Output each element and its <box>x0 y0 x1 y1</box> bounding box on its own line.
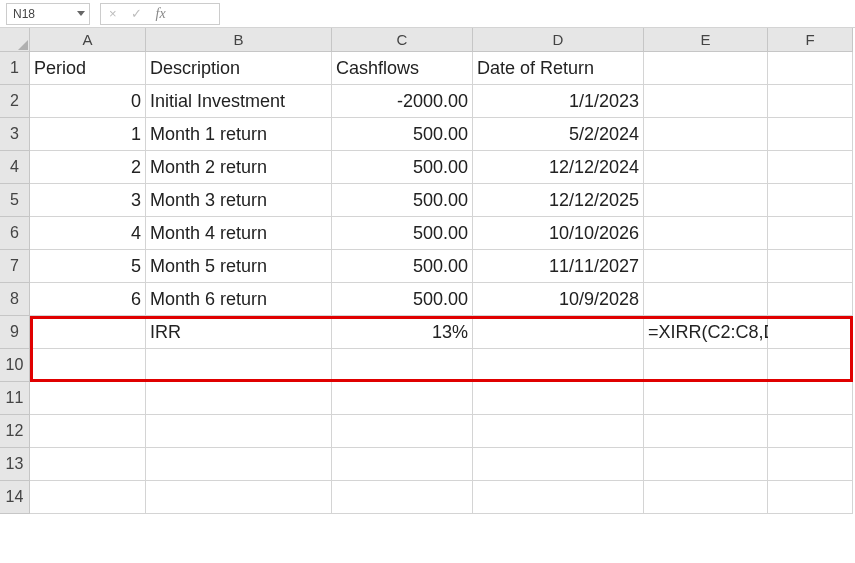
cell-F4[interactable] <box>768 151 853 184</box>
row-header[interactable]: 8 <box>0 283 30 316</box>
cell-D11[interactable] <box>473 382 644 415</box>
cell-E3[interactable] <box>644 118 768 151</box>
col-header-C[interactable]: C <box>332 28 473 52</box>
row-header[interactable]: 10 <box>0 349 30 382</box>
cell-B13[interactable] <box>146 448 332 481</box>
cell-F7[interactable] <box>768 250 853 283</box>
row-header[interactable]: 13 <box>0 448 30 481</box>
cell-C10[interactable] <box>332 349 473 382</box>
cell-B11[interactable] <box>146 382 332 415</box>
cell-F6[interactable] <box>768 217 853 250</box>
cell-F9[interactable] <box>768 316 853 349</box>
cell-A9[interactable] <box>30 316 146 349</box>
cell-E13[interactable] <box>644 448 768 481</box>
cell-E1[interactable] <box>644 52 768 85</box>
cell-F14[interactable] <box>768 481 853 514</box>
cell-E5[interactable] <box>644 184 768 217</box>
cell-B9[interactable]: IRR <box>146 316 332 349</box>
cell-B14[interactable] <box>146 481 332 514</box>
confirm-icon[interactable]: ✓ <box>131 6 142 21</box>
row-header[interactable]: 1 <box>0 52 30 85</box>
cell-A8[interactable]: 6 <box>30 283 146 316</box>
cell-E14[interactable] <box>644 481 768 514</box>
cell-E4[interactable] <box>644 151 768 184</box>
cell-F1[interactable] <box>768 52 853 85</box>
col-header-D[interactable]: D <box>473 28 644 52</box>
cell-F13[interactable] <box>768 448 853 481</box>
cell-C3[interactable]: 500.00 <box>332 118 473 151</box>
cell-C4[interactable]: 500.00 <box>332 151 473 184</box>
cell-A10[interactable] <box>30 349 146 382</box>
cell-D8[interactable]: 10/9/2028 <box>473 283 644 316</box>
cell-C9[interactable]: 13% <box>332 316 473 349</box>
cell-A5[interactable]: 3 <box>30 184 146 217</box>
cell-A4[interactable]: 2 <box>30 151 146 184</box>
cell-A2[interactable]: 0 <box>30 85 146 118</box>
row-header[interactable]: 3 <box>0 118 30 151</box>
cell-D6[interactable]: 10/10/2026 <box>473 217 644 250</box>
cell-B8[interactable]: Month 6 return <box>146 283 332 316</box>
cell-B10[interactable] <box>146 349 332 382</box>
cell-A7[interactable]: 5 <box>30 250 146 283</box>
row-header[interactable]: 12 <box>0 415 30 448</box>
fx-icon[interactable]: fx <box>156 6 166 22</box>
row-header[interactable]: 7 <box>0 250 30 283</box>
select-all-corner[interactable] <box>0 28 30 52</box>
cell-C8[interactable]: 500.00 <box>332 283 473 316</box>
cell-E9[interactable]: =XIRR(C2:C8,D2:D8) <box>644 316 768 349</box>
cell-B2[interactable]: Initial Investment <box>146 85 332 118</box>
cell-D9[interactable] <box>473 316 644 349</box>
chevron-down-icon[interactable] <box>77 11 85 16</box>
col-header-F[interactable]: F <box>768 28 853 52</box>
cell-B7[interactable]: Month 5 return <box>146 250 332 283</box>
cell-E2[interactable] <box>644 85 768 118</box>
col-header-B[interactable]: B <box>146 28 332 52</box>
cell-E12[interactable] <box>644 415 768 448</box>
cell-D4[interactable]: 12/12/2024 <box>473 151 644 184</box>
cell-D14[interactable] <box>473 481 644 514</box>
spreadsheet-grid[interactable]: A B C D E F 1 Period Description Cashflo… <box>0 28 855 514</box>
cell-A11[interactable] <box>30 382 146 415</box>
cell-C2[interactable]: -2000.00 <box>332 85 473 118</box>
cell-B3[interactable]: Month 1 return <box>146 118 332 151</box>
cell-D10[interactable] <box>473 349 644 382</box>
cell-D2[interactable]: 1/1/2023 <box>473 85 644 118</box>
cell-C6[interactable]: 500.00 <box>332 217 473 250</box>
cell-B12[interactable] <box>146 415 332 448</box>
row-header[interactable]: 6 <box>0 217 30 250</box>
col-header-E[interactable]: E <box>644 28 768 52</box>
cell-E6[interactable] <box>644 217 768 250</box>
row-header[interactable]: 11 <box>0 382 30 415</box>
cell-B1[interactable]: Description <box>146 52 332 85</box>
cell-A6[interactable]: 4 <box>30 217 146 250</box>
cell-C14[interactable] <box>332 481 473 514</box>
cell-C11[interactable] <box>332 382 473 415</box>
cell-D13[interactable] <box>473 448 644 481</box>
cell-F8[interactable] <box>768 283 853 316</box>
cell-F11[interactable] <box>768 382 853 415</box>
col-header-A[interactable]: A <box>30 28 146 52</box>
cell-F2[interactable] <box>768 85 853 118</box>
cell-E7[interactable] <box>644 250 768 283</box>
row-header[interactable]: 2 <box>0 85 30 118</box>
cell-A12[interactable] <box>30 415 146 448</box>
cell-D12[interactable] <box>473 415 644 448</box>
cell-C12[interactable] <box>332 415 473 448</box>
cell-E11[interactable] <box>644 382 768 415</box>
cell-D3[interactable]: 5/2/2024 <box>473 118 644 151</box>
cell-F12[interactable] <box>768 415 853 448</box>
cell-D1[interactable]: Date of Return <box>473 52 644 85</box>
cell-B4[interactable]: Month 2 return <box>146 151 332 184</box>
row-header[interactable]: 9 <box>0 316 30 349</box>
cell-F10[interactable] <box>768 349 853 382</box>
row-header[interactable]: 14 <box>0 481 30 514</box>
cell-C1[interactable]: Cashflows <box>332 52 473 85</box>
cell-C13[interactable] <box>332 448 473 481</box>
cell-A14[interactable] <box>30 481 146 514</box>
cell-F5[interactable] <box>768 184 853 217</box>
row-header[interactable]: 4 <box>0 151 30 184</box>
cell-D7[interactable]: 11/11/2027 <box>473 250 644 283</box>
cell-B5[interactable]: Month 3 return <box>146 184 332 217</box>
cell-C5[interactable]: 500.00 <box>332 184 473 217</box>
cell-F3[interactable] <box>768 118 853 151</box>
